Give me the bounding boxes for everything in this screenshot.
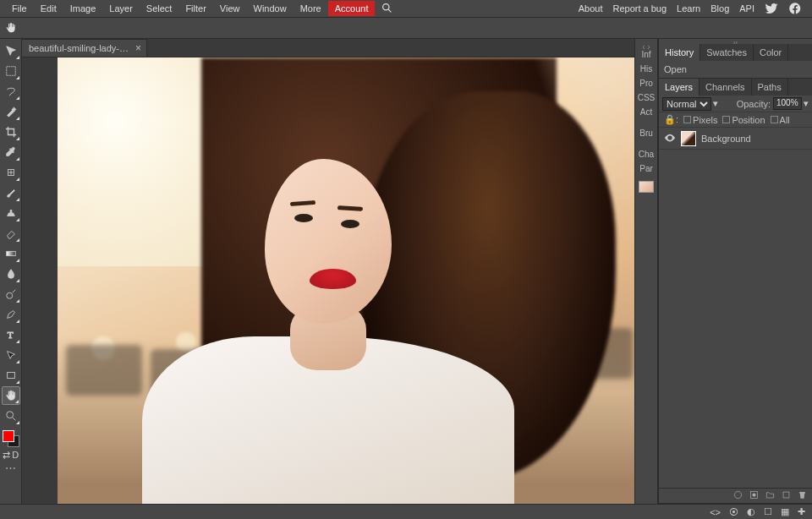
toolbar-more-icon[interactable]: ⋯ <box>5 462 16 474</box>
status-theme-icon[interactable]: ◐ <box>747 506 755 517</box>
rectangle-tool[interactable] <box>2 366 20 385</box>
link-learn[interactable]: Learn <box>672 1 705 16</box>
document-tabs: beautiful-smiling-lady-… × <box>22 39 634 57</box>
close-tab-icon[interactable]: × <box>135 42 141 54</box>
rect-select-tool[interactable] <box>2 62 20 80</box>
delete-layer-icon[interactable] <box>798 490 807 501</box>
layer-effects-icon[interactable] <box>733 490 743 501</box>
opacity-slider-icon[interactable]: ▾ <box>804 98 809 109</box>
layer-thumbnail[interactable] <box>681 131 696 146</box>
path-select-tool[interactable] <box>2 346 20 364</box>
canvas[interactable] <box>58 57 634 504</box>
lock-all[interactable]: All <box>771 115 790 125</box>
menu-account[interactable]: Account <box>328 1 376 16</box>
document-tab[interactable]: beautiful-smiling-lady-… × <box>22 39 147 57</box>
link-blog[interactable]: Blog <box>705 1 734 16</box>
history-tab[interactable]: History <box>659 44 700 61</box>
visibility-eye-icon[interactable] <box>664 132 676 145</box>
workspace: beautiful-smiling-lady-… × <box>22 39 634 504</box>
svg-point-0 <box>383 3 389 9</box>
swap-colors-icon[interactable]: ⇄ <box>3 450 10 460</box>
new-layer-icon[interactable] <box>782 490 791 501</box>
paragraph-panel-tab[interactable]: Par <box>639 161 653 176</box>
svg-rect-4 <box>6 251 15 255</box>
status-record-icon[interactable]: ⦿ <box>729 507 738 517</box>
lock-position[interactable]: Position <box>722 115 765 125</box>
svg-line-9 <box>12 418 15 421</box>
menu-select[interactable]: Select <box>140 1 179 16</box>
history-entry[interactable]: Open <box>664 64 807 74</box>
pen-tool[interactable] <box>2 305 20 324</box>
css-panel-tab[interactable]: CSS <box>638 90 656 105</box>
brush-tool[interactable] <box>2 183 20 202</box>
menu-layer[interactable]: Layer <box>102 1 140 16</box>
gradient-tool[interactable] <box>2 244 20 263</box>
layers-panel: Layers Channels Paths Normal ▾ Opacity: … <box>659 79 812 504</box>
right-panels: ›‹ History Swatches Color Open Layers Ch… <box>658 39 812 504</box>
layers-footer <box>659 488 812 503</box>
eyedropper-tool[interactable] <box>2 143 20 161</box>
blur-tool[interactable] <box>2 265 20 283</box>
layer-list: Background <box>659 128 812 488</box>
status-expand-icon[interactable]: <> <box>710 507 721 517</box>
collapsed-panel-strip: ‹ › Inf His Pro CSS Act Bru Cha Par <box>634 39 658 504</box>
menu-file[interactable]: File <box>5 1 34 16</box>
menu-edit[interactable]: Edit <box>34 1 63 16</box>
brush-panel-tab[interactable]: Bru <box>639 126 653 140</box>
status-pixel-icon[interactable]: ▦ <box>781 506 789 517</box>
channels-tab[interactable]: Channels <box>700 79 751 96</box>
character-panel-tab[interactable]: Cha <box>639 147 654 161</box>
status-screen-icon[interactable]: ☐ <box>764 506 772 517</box>
histogram-panel-tab[interactable]: His <box>640 62 652 76</box>
paths-tab[interactable]: Paths <box>752 79 788 96</box>
eraser-tool[interactable] <box>2 224 20 243</box>
twitter-icon[interactable] <box>760 0 783 18</box>
menu-more[interactable]: More <box>294 1 328 16</box>
link-about[interactable]: About <box>573 1 608 16</box>
layer-mask-icon[interactable] <box>749 490 759 501</box>
link-api[interactable]: API <box>734 1 760 16</box>
move-tool[interactable] <box>2 41 20 60</box>
info-panel-tab[interactable]: Inf <box>641 47 650 62</box>
layers-tab[interactable]: Layers <box>659 79 700 96</box>
blend-mode-dropdown-icon[interactable]: ▾ <box>713 98 718 109</box>
menu-window[interactable]: Window <box>247 1 294 16</box>
actions-panel-tab[interactable]: Act <box>640 105 652 119</box>
menu-image[interactable]: Image <box>63 1 103 16</box>
layer-name[interactable]: Background <box>701 134 751 144</box>
blend-mode-select[interactable]: Normal <box>662 97 711 111</box>
foreground-color-swatch[interactable] <box>3 430 14 442</box>
magic-wand-tool[interactable] <box>2 102 20 121</box>
navigator-panel-tab[interactable] <box>639 181 654 193</box>
link-report[interactable]: Report a bug <box>607 1 672 16</box>
dodge-tool[interactable] <box>2 285 20 303</box>
hand-tool[interactable] <box>2 386 20 405</box>
swatch-controls: ⇄ D <box>2 450 20 460</box>
canvas-area[interactable] <box>22 57 634 504</box>
type-tool[interactable]: T <box>2 325 20 344</box>
spot-heal-tool[interactable] <box>2 163 20 182</box>
menu-view[interactable]: View <box>213 1 247 16</box>
opacity-value[interactable]: 100% <box>773 97 802 110</box>
swatches-tab[interactable]: Swatches <box>700 44 754 61</box>
zoom-tool[interactable] <box>2 407 20 425</box>
lasso-tool[interactable] <box>2 82 20 101</box>
history-panel: History Swatches Color Open <box>659 44 812 79</box>
properties-panel-tab[interactable]: Pro <box>639 76 653 90</box>
svg-rect-7 <box>7 373 14 379</box>
menu-search-icon[interactable] <box>375 0 399 18</box>
color-swatches[interactable] <box>2 429 20 448</box>
new-folder-icon[interactable] <box>765 490 775 501</box>
layer-row[interactable]: Background <box>659 128 812 150</box>
default-colors-icon[interactable]: D <box>12 450 19 460</box>
facebook-icon[interactable] <box>783 0 807 18</box>
clone-stamp-tool[interactable] <box>2 204 20 222</box>
color-tab[interactable]: Color <box>754 44 788 61</box>
status-bar: <> ⦿ ◐ ☐ ▦ ✚ <box>0 504 812 519</box>
menu-bar: File Edit Image Layer Select Filter View… <box>0 0 812 18</box>
status-add-icon[interactable]: ✚ <box>798 506 805 517</box>
lock-pixels[interactable]: Pixels <box>683 115 717 125</box>
svg-rect-2 <box>6 67 15 76</box>
crop-tool[interactable] <box>2 123 20 141</box>
menu-filter[interactable]: Filter <box>178 1 212 16</box>
